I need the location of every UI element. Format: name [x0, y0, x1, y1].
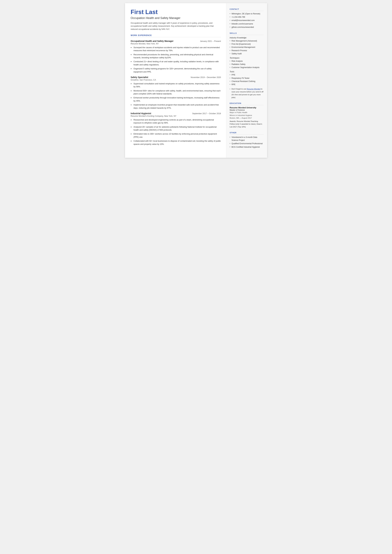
list-item: First Aid (Experienced)	[230, 43, 264, 46]
list-item: email@resumeworded.com	[230, 19, 264, 22]
job-dates: November 2019 – December 2020	[191, 76, 221, 78]
list-item: Volunteered in a 3-month Data Science Pr…	[230, 136, 264, 142]
job-title: Safety Specialist	[131, 76, 148, 78]
job-dates: January 2021 – Present	[200, 40, 221, 42]
right-column: CONTACT Wilmington, DE (Open to Remote)+…	[226, 3, 267, 158]
list-item: Collaborated with 92+ local businesses t…	[131, 140, 221, 146]
candidate-title: Occupation Health and Safety Manager	[131, 16, 221, 20]
list-item: Organized 5 safety training programs for…	[131, 67, 221, 73]
job-bullets: Supervised consultation and trained empl…	[131, 82, 221, 110]
job-bullets: Researched and developed engineering con…	[131, 119, 221, 146]
list-item: Implemented an employee incentive progra…	[131, 104, 221, 110]
work-experience-section: Occupational Health and Safety ManagerJa…	[131, 40, 221, 146]
job-bullets: Surveyed the causes of workplace acciden…	[131, 46, 221, 73]
skills-note: Don't forget to use Resume Worded to sca…	[230, 88, 264, 99]
job-entry: Industrial HygienistSeptember 2017 – Oct…	[131, 112, 221, 146]
list-item: Enhanced worker productivity through inn…	[131, 96, 221, 103]
list-item: github.com/resumeworded	[230, 26, 264, 29]
resume-worded-link[interactable]: Resume Worded	[247, 88, 260, 90]
list-item: linkedin.com/in/username	[230, 22, 264, 25]
other-heading: OTHER	[230, 132, 264, 134]
job-header: Occupational Health and Safety ManagerJa…	[131, 40, 221, 42]
candidate-name: First Last	[131, 9, 221, 15]
skills-section: SKILLS Industry Knowledge:Risk Managemen…	[230, 32, 264, 99]
education-section: EDUCATION Resume Worded UniversityMaster…	[230, 102, 264, 128]
edu-entry: Resume Worded UniversityMaster of Scienc…	[230, 106, 264, 128]
candidate-summary: Occupational health and safety manager w…	[131, 22, 221, 31]
job-header: Industrial HygienistSeptember 2017 – Oct…	[131, 112, 221, 115]
list-item: Wilmington, DE (Open to Remote)	[230, 12, 264, 15]
work-experience-heading: WORK EXPERIENCE	[131, 34, 221, 37]
edu-detail: Major in Public HealthMinors in Industri…	[230, 111, 264, 119]
list-item: Risk Management (Advanced)	[230, 40, 264, 42]
list-item: Qualified Environmental Professional	[230, 142, 264, 145]
list-item: Environmental Management	[230, 46, 264, 49]
other-list: Volunteered in a 3-month Data Science Pr…	[230, 136, 264, 149]
list-item: Respiratory Fit Tester	[230, 77, 264, 80]
left-column: First Last Occupation Health and Safety …	[125, 3, 226, 158]
list-item: RPE	[230, 83, 264, 86]
contact-heading: CONTACT	[230, 8, 264, 11]
edu-school: Resume Worded University	[230, 106, 264, 109]
job-company: Growthsi, San Francisco, CA	[131, 79, 221, 81]
edu-awards: Awards: Resume Worded Teaching Fellow (o…	[230, 120, 264, 128]
list-item: Chemical Resistant Clothing	[230, 80, 264, 83]
job-company: Resume Worded, New York, NY	[131, 43, 221, 45]
skills-list: PPERespiratory Fit TesterChemical Resist…	[230, 73, 264, 86]
list-item: Researched and developed engineering con…	[131, 119, 221, 125]
list-item: Recommended procedures for detecting, pr…	[131, 53, 221, 59]
job-entry: Safety SpecialistNovember 2019 – Decembe…	[131, 76, 221, 110]
skills-category-label: Techniques:	[230, 57, 264, 59]
list-item: Safety Audit	[230, 52, 264, 55]
job-title: Occupational Health and Safety Manager	[131, 40, 174, 42]
list-item: +1-234-456-789	[230, 16, 264, 19]
list-item: Eliminated risks to 300+ workers across …	[131, 133, 221, 139]
contact-section: CONTACT Wilmington, DE (Open to Remote)+…	[230, 8, 264, 29]
skills-list: Risk Management (Advanced)First Aid (Exp…	[230, 40, 264, 55]
skills-category-label: Industry Knowledge:	[230, 37, 264, 39]
list-item: Risk Analysis	[230, 60, 264, 63]
list-item: Customer Segmentation Analysis	[230, 66, 264, 69]
education-heading: EDUCATION	[230, 102, 264, 105]
list-item: Conducted 21+ direct testing of air and …	[131, 60, 221, 66]
list-item: PPE	[230, 73, 264, 77]
job-entry: Occupational Health and Safety ManagerJa…	[131, 40, 221, 73]
list-item: Supervised consultation and trained empl…	[131, 82, 221, 88]
job-company: Resume Worded's Exciting Company, New Yo…	[131, 115, 221, 117]
skills-heading: SKILLS	[230, 32, 264, 35]
other-section: OTHER Volunteered in a 3-month Data Scie…	[230, 132, 264, 149]
resume-container: First Last Occupation Health and Safety …	[125, 3, 267, 158]
list-item: Analyzed 20+ samples of air for asbestos…	[131, 126, 221, 132]
contact-list: Wilmington, DE (Open to Remote)+1-234-45…	[230, 12, 264, 29]
job-dates: September 2017 – October 2018	[192, 112, 221, 115]
skills-list: Risk AnalysisRadiation SafetyCustomer Se…	[230, 60, 264, 69]
edu-degree: Master of Science	[230, 109, 264, 111]
list-item: Radiation Safety	[230, 63, 264, 66]
job-header: Safety SpecialistNovember 2019 – Decembe…	[131, 76, 221, 78]
list-item: BCG Certified Industrial Hygienist	[230, 146, 264, 149]
job-title: Industrial Hygienist	[131, 112, 151, 115]
skills-category-label: Tools:	[230, 70, 264, 73]
list-item: Monitored 500+ sites for compliance with…	[131, 89, 221, 96]
list-item: Surveyed the causes of workplace acciden…	[131, 46, 221, 52]
list-item: Research Process	[230, 49, 264, 52]
